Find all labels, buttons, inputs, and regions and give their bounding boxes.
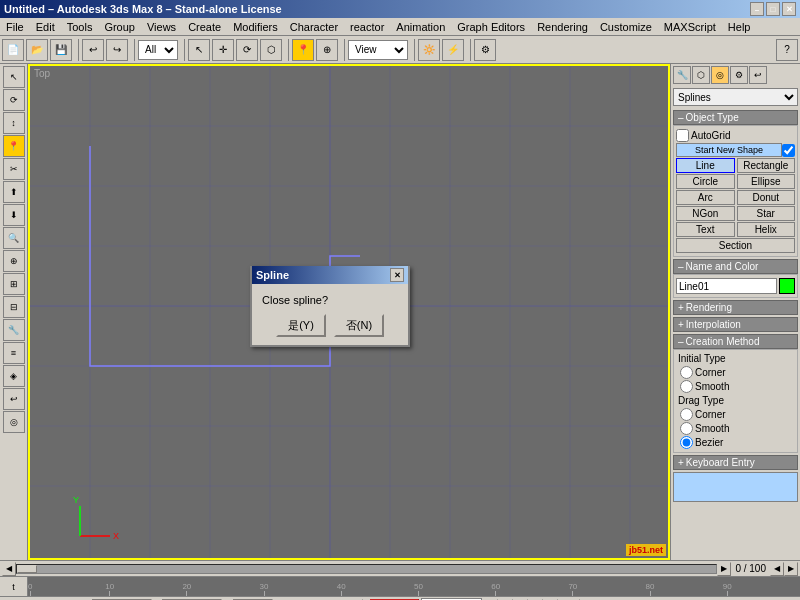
- menu-reactor[interactable]: reactor: [344, 20, 390, 34]
- left-btn-1[interactable]: ⟳: [3, 89, 25, 111]
- new-button[interactable]: 📄: [2, 39, 24, 61]
- left-btn-6[interactable]: ⬇: [3, 204, 25, 226]
- left-btn-14[interactable]: ↩: [3, 388, 25, 410]
- scroll-right-button[interactable]: ▶: [717, 562, 731, 576]
- menu-create[interactable]: Create: [182, 20, 227, 34]
- viewport-area[interactable]: Top X Y: [28, 64, 670, 560]
- snap-button[interactable]: 📍: [292, 39, 314, 61]
- menu-views[interactable]: Views: [141, 20, 182, 34]
- left-btn-15[interactable]: ◎: [3, 411, 25, 433]
- corner-radio[interactable]: [680, 366, 693, 379]
- creation-method-label: Creation Method: [686, 336, 760, 347]
- left-btn-2[interactable]: ↕: [3, 112, 25, 134]
- open-button[interactable]: 📂: [26, 39, 48, 61]
- extra-button[interactable]: ⚙: [474, 39, 496, 61]
- left-btn-13[interactable]: ◈: [3, 365, 25, 387]
- timeline-position: 0 / 100: [731, 563, 770, 574]
- left-btn-5[interactable]: ⬆: [3, 181, 25, 203]
- left-btn-3[interactable]: 📍: [3, 135, 25, 157]
- start-new-shape-checkbox[interactable]: [782, 144, 795, 157]
- panel-icon-2[interactable]: ⬡: [692, 66, 710, 84]
- name-input[interactable]: [676, 278, 777, 294]
- snap2-button[interactable]: ⊕: [316, 39, 338, 61]
- collapse-icon-creation: –: [678, 336, 684, 347]
- panel-icon-1[interactable]: 🔧: [673, 66, 691, 84]
- menu-modifiers[interactable]: Modifiers: [227, 20, 284, 34]
- menu-animation[interactable]: Animation: [390, 20, 451, 34]
- rotate-button[interactable]: ⟳: [236, 39, 258, 61]
- rectangle-button[interactable]: Rectangle: [737, 158, 796, 173]
- arc-button[interactable]: Arc: [676, 190, 735, 205]
- undo-button[interactable]: ↩: [82, 39, 104, 61]
- drag-smooth-radio-row: Smooth: [680, 422, 791, 435]
- helix-button[interactable]: Helix: [737, 222, 796, 237]
- splines-dropdown[interactable]: Splines: [673, 88, 798, 106]
- menu-help[interactable]: Help: [722, 20, 757, 34]
- line-rectangle-row: Line Rectangle: [676, 158, 795, 173]
- left-btn-0[interactable]: ↖: [3, 66, 25, 88]
- render2-button[interactable]: ⚡: [442, 39, 464, 61]
- smooth-radio[interactable]: [680, 380, 693, 393]
- menu-tools[interactable]: Tools: [61, 20, 99, 34]
- ngon-button[interactable]: NGon: [676, 206, 735, 221]
- dialog-yes-button[interactable]: 是(Y): [276, 314, 326, 337]
- panel-icon-5[interactable]: ↩: [749, 66, 767, 84]
- panel-icon-3[interactable]: ◎: [711, 66, 729, 84]
- collapse-icon-name-color: –: [678, 261, 684, 272]
- menu-edit[interactable]: Edit: [30, 20, 61, 34]
- timeline-track[interactable]: 0 10 20 30 40 50 60 70: [28, 577, 800, 596]
- drag-smooth-radio[interactable]: [680, 422, 693, 435]
- minimize-button[interactable]: –: [750, 2, 764, 16]
- donut-button[interactable]: Donut: [737, 190, 796, 205]
- circle-button[interactable]: Circle: [676, 174, 735, 189]
- render-button[interactable]: 🔆: [418, 39, 440, 61]
- menu-graph-editors[interactable]: Graph Editors: [451, 20, 531, 34]
- menu-group[interactable]: Group: [98, 20, 141, 34]
- scroll-thumb[interactable]: [17, 565, 37, 573]
- move-button[interactable]: ✛: [212, 39, 234, 61]
- select-button[interactable]: ↖: [188, 39, 210, 61]
- close-button[interactable]: ✕: [782, 2, 796, 16]
- drag-bezier-radio[interactable]: [680, 436, 693, 449]
- help-button[interactable]: ?: [776, 39, 798, 61]
- star-button[interactable]: Star: [737, 206, 796, 221]
- autogrid-checkbox[interactable]: [676, 129, 689, 142]
- menu-character[interactable]: Character: [284, 20, 344, 34]
- panel-icon-4[interactable]: ⚙: [730, 66, 748, 84]
- dialog-no-button[interactable]: 否(N): [334, 314, 384, 337]
- section-button[interactable]: Section: [676, 238, 795, 253]
- drag-corner-radio[interactable]: [680, 408, 693, 421]
- left-btn-9[interactable]: ⊞: [3, 273, 25, 295]
- left-btn-11[interactable]: 🔧: [3, 319, 25, 341]
- scroll-left-button[interactable]: ◀: [2, 562, 16, 576]
- menu-file[interactable]: File: [0, 20, 30, 34]
- filter-dropdown[interactable]: All: [138, 40, 178, 60]
- ellipse-button[interactable]: Ellipse: [737, 174, 796, 189]
- save-button[interactable]: 💾: [50, 39, 72, 61]
- view-dropdown[interactable]: View: [348, 40, 408, 60]
- dialog-close-button[interactable]: ✕: [390, 268, 404, 282]
- scale-button[interactable]: ⬡: [260, 39, 282, 61]
- menu-maxscript[interactable]: MAXScript: [658, 20, 722, 34]
- left-btn-4[interactable]: ✂: [3, 158, 25, 180]
- object-type-header: – Object Type: [673, 110, 798, 125]
- prev-frame-button[interactable]: ◀: [770, 562, 784, 576]
- name-color-header: – Name and Color: [673, 259, 798, 274]
- timeline-mark-90: 90: [723, 577, 732, 596]
- maximize-button[interactable]: □: [766, 2, 780, 16]
- scroll-track[interactable]: [16, 564, 717, 574]
- start-new-shape-button[interactable]: Start New Shape: [676, 143, 782, 157]
- menu-rendering[interactable]: Rendering: [531, 20, 594, 34]
- left-btn-10[interactable]: ⊟: [3, 296, 25, 318]
- timeline[interactable]: t 0 10 20 30 40 50 60 70: [0, 576, 800, 596]
- menu-customize[interactable]: Customize: [594, 20, 658, 34]
- text-button[interactable]: Text: [676, 222, 735, 237]
- panel-icons-row: 🔧 ⬡ ◎ ⚙ ↩: [671, 64, 800, 86]
- left-btn-8[interactable]: ⊕: [3, 250, 25, 272]
- left-btn-12[interactable]: ≡: [3, 342, 25, 364]
- next-frame-button[interactable]: ▶: [784, 562, 798, 576]
- line-button[interactable]: Line: [676, 158, 735, 173]
- left-btn-7[interactable]: 🔍: [3, 227, 25, 249]
- redo-button[interactable]: ↪: [106, 39, 128, 61]
- color-swatch[interactable]: [779, 278, 795, 294]
